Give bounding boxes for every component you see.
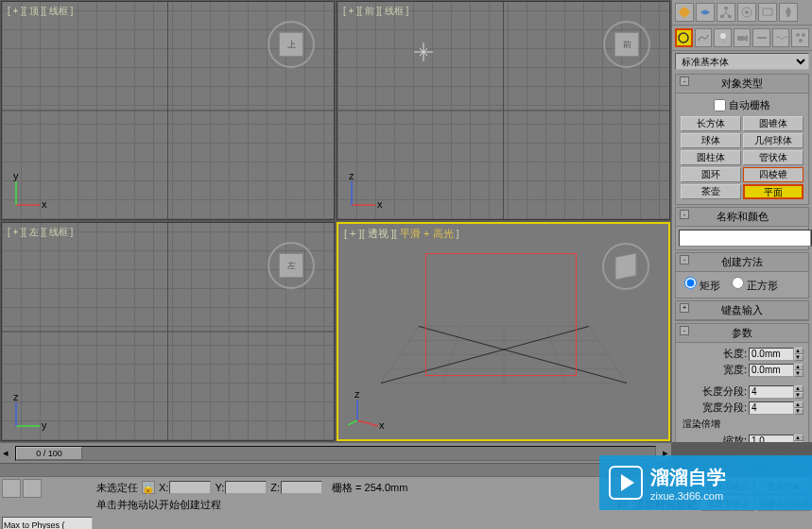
- box-button[interactable]: 长方体: [681, 116, 741, 131]
- auto-grid-checkbox[interactable]: [714, 99, 726, 111]
- svg-rect-39: [720, 15, 724, 18]
- rectangle-radio[interactable]: [684, 277, 697, 289]
- utilities-tab-icon[interactable]: [779, 3, 798, 22]
- object-type-rollout: -对象类型 自动栅格 长方体 圆锥体 球体 几何球体 圆柱体 管状体 圆环 四棱…: [675, 74, 809, 205]
- shapes-icon[interactable]: [695, 28, 713, 47]
- axis-gizmo-left: y z: [11, 393, 49, 431]
- maxscript-mini-listener[interactable]: [2, 517, 93, 529]
- wsegs-input[interactable]: [749, 401, 794, 415]
- pyramid-button[interactable]: 四棱锥: [743, 167, 803, 182]
- viewport-area: [ + ][ 顶 ][ 线框 ] 上 x y [ + ][ 前 ][ 线框 ] …: [0, 0, 671, 442]
- tube-button[interactable]: 管状体: [743, 150, 803, 165]
- creation-method-rollout: -创建方法 矩形 正方形: [675, 252, 809, 299]
- scale-input[interactable]: [749, 435, 794, 443]
- keyboard-entry-header[interactable]: +键盘输入: [676, 301, 808, 320]
- square-radio[interactable]: [732, 277, 744, 289]
- watermark-overlay: 溜溜自学 zixue.3d66.com: [599, 455, 812, 510]
- lsegs-up-icon[interactable]: ▲: [794, 385, 803, 392]
- creation-method-header[interactable]: -创建方法: [676, 253, 808, 272]
- viewcube-top[interactable]: 上: [268, 21, 315, 68]
- length-input[interactable]: [749, 348, 794, 361]
- scale-down-icon[interactable]: ▼: [794, 441, 803, 443]
- grid-spacing: 栅格 = 254.0mm: [326, 481, 413, 495]
- create-subcategory-row: [672, 26, 812, 51]
- x-coord-input[interactable]: [169, 481, 211, 494]
- time-slider[interactable]: 0 / 100: [15, 446, 656, 461]
- motion-tab-icon[interactable]: [737, 3, 756, 22]
- object-name-input[interactable]: [679, 230, 811, 247]
- viewport-top[interactable]: [ + ][ 顶 ][ 线框 ] 上 x y: [1, 1, 335, 220]
- name-color-header[interactable]: -名称和颜色: [676, 208, 808, 227]
- auto-grid-label: 自动栅格: [729, 98, 770, 112]
- geometry-icon[interactable]: [675, 28, 693, 47]
- modify-tab-icon[interactable]: [696, 3, 715, 22]
- hierarchy-tab-icon[interactable]: [717, 3, 735, 22]
- svg-text:y: y: [42, 419, 47, 431]
- viewcube-persp[interactable]: [602, 243, 649, 290]
- prev-key-icon[interactable]: ◂: [0, 447, 11, 459]
- width-down-icon[interactable]: ▼: [794, 370, 803, 377]
- cylinder-button[interactable]: 圆柱体: [681, 150, 741, 165]
- viewcube-left[interactable]: 左: [268, 242, 315, 289]
- display-tab-icon[interactable]: [758, 3, 777, 22]
- viewport-label-top[interactable]: [ + ][ 顶 ][ 线框 ]: [8, 5, 73, 18]
- length-label: 长度:: [723, 347, 747, 361]
- length-up-icon[interactable]: ▲: [794, 348, 803, 354]
- svg-point-54: [799, 39, 803, 43]
- create-tab-icon[interactable]: [675, 3, 694, 22]
- wsegs-down-icon[interactable]: ▼: [794, 408, 803, 415]
- svg-point-52: [796, 33, 800, 37]
- width-input[interactable]: [749, 364, 794, 377]
- cameras-icon[interactable]: [734, 28, 752, 47]
- length-down-icon[interactable]: ▼: [794, 354, 803, 361]
- svg-rect-49: [721, 40, 725, 43]
- sphere-button[interactable]: 球体: [681, 133, 741, 148]
- systems-icon[interactable]: [791, 28, 809, 47]
- svg-line-42: [722, 13, 726, 15]
- lock-icon[interactable]: [23, 479, 42, 498]
- geosphere-button[interactable]: 几何球体: [743, 133, 803, 148]
- viewport-perspective[interactable]: [ + ][ 透视 ][ 平滑 + 高光 ] x z: [337, 222, 670, 441]
- keyboard-entry-rollout: +键盘输入: [675, 300, 809, 321]
- parameters-header[interactable]: -参数: [676, 324, 808, 343]
- svg-text:x: x: [377, 198, 383, 210]
- viewport-front[interactable]: [ + ][ 前 ][ 线框 ] 前 x z: [337, 1, 670, 220]
- viewport-left[interactable]: [ + ][ 左 ][ 线框 ] 左 y z: [1, 222, 335, 441]
- lsegs-down-icon[interactable]: ▼: [794, 392, 803, 399]
- cone-button[interactable]: 圆锥体: [743, 116, 803, 131]
- parameters-rollout: -参数 长度:▲▼ 宽度:▲▼ 长度分段:▲▼ 宽度分段:▲▼ 渲染倍增 缩放:…: [675, 323, 809, 442]
- viewcube-front[interactable]: 前: [603, 21, 650, 68]
- svg-point-48: [720, 33, 726, 39]
- selection-lock-icon[interactable]: 🔒: [142, 481, 155, 494]
- maxscript-listener-icon[interactable]: [2, 479, 21, 498]
- svg-line-24: [357, 420, 378, 426]
- z-coord-input[interactable]: [281, 481, 322, 494]
- command-panel-tabs: [672, 0, 812, 26]
- viewport-label-left[interactable]: [ + ][ 左 ][ 线框 ]: [8, 226, 73, 239]
- lsegs-label: 长度分段:: [702, 384, 747, 399]
- object-type-header[interactable]: -对象类型: [676, 75, 808, 94]
- axis-gizmo-front: x z: [347, 172, 385, 210]
- track-bar[interactable]: [0, 463, 671, 476]
- render-multipliers-label: 渲染倍增: [679, 416, 805, 433]
- torus-button[interactable]: 圆环: [681, 167, 741, 182]
- time-slider-thumb[interactable]: 0 / 100: [16, 447, 82, 460]
- lsegs-input[interactable]: [749, 385, 794, 399]
- primitive-category-dropdown[interactable]: 标准基本体: [675, 53, 809, 70]
- svg-text:z: z: [349, 172, 354, 181]
- svg-point-45: [745, 10, 749, 14]
- y-coord-input[interactable]: [225, 481, 267, 494]
- helpers-icon[interactable]: [752, 28, 770, 47]
- wsegs-up-icon[interactable]: ▲: [794, 401, 803, 408]
- name-color-rollout: -名称和颜色: [675, 207, 809, 250]
- crosshair-cursor-icon: [414, 43, 433, 61]
- plane-button[interactable]: 平面: [743, 184, 803, 199]
- lights-icon[interactable]: [714, 28, 732, 47]
- scale-up-icon[interactable]: ▲: [794, 435, 803, 441]
- viewport-label-front[interactable]: [ + ][ 前 ][ 线框 ]: [343, 5, 408, 18]
- teapot-button[interactable]: 茶壶: [681, 184, 741, 199]
- width-up-icon[interactable]: ▲: [794, 364, 803, 370]
- spacewarps-icon[interactable]: [772, 28, 790, 47]
- svg-point-47: [679, 33, 688, 43]
- viewport-label-persp[interactable]: [ + ][ 透视 ][ 平滑 + 高光 ]: [344, 227, 459, 241]
